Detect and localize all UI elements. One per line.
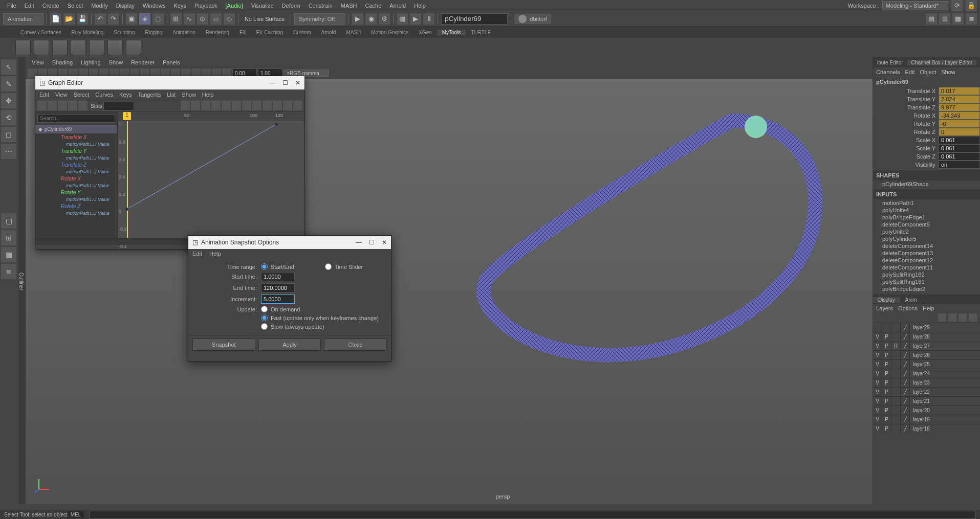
layer-playback-icon[interactable]: P bbox=[882, 415, 891, 424]
layer-down-icon[interactable] bbox=[948, 313, 956, 322]
layer-ref-icon[interactable]: R bbox=[891, 342, 901, 351]
layer-vis-icon[interactable]: V bbox=[873, 369, 882, 378]
layer-vis-icon[interactable]: V bbox=[873, 378, 882, 388]
layer-row[interactable]: VP╱layer23 bbox=[873, 378, 980, 387]
attr-value[interactable]: 0.061 bbox=[939, 152, 980, 161]
ge-node[interactable]: ◆ pCylinder69 bbox=[35, 125, 117, 133]
end-time-field[interactable] bbox=[261, 283, 295, 292]
layer-playback-icon[interactable]: P bbox=[882, 388, 891, 397]
layer-row[interactable]: VPR╱layer27 bbox=[873, 341, 980, 350]
anim-layers-tab[interactable]: Anim bbox=[900, 297, 922, 303]
menu-edit[interactable]: Edit bbox=[20, 3, 38, 9]
menu-windows[interactable]: Windows bbox=[139, 3, 170, 9]
vp-menu-panels[interactable]: Panels bbox=[159, 59, 184, 65]
modeling-kit-icon[interactable]: ▤ bbox=[926, 13, 937, 25]
ge-icon[interactable] bbox=[68, 101, 77, 110]
menu-display[interactable]: Display bbox=[112, 3, 139, 9]
ge-menu-list[interactable]: List bbox=[167, 92, 176, 98]
timeslider-radio[interactable] bbox=[325, 263, 332, 270]
menu-mash[interactable]: MASH bbox=[337, 3, 361, 9]
snap-grid-icon[interactable]: ⊞ bbox=[170, 13, 182, 25]
shelf-tab-mash[interactable]: MASH bbox=[341, 30, 366, 35]
ge-channel[interactable]: motionPath1.U Value bbox=[35, 183, 117, 189]
ge-search-input[interactable] bbox=[37, 114, 115, 123]
ge-channel[interactable]: motionPath1.U Value bbox=[35, 141, 117, 147]
scale-tool-icon[interactable]: ◻ bbox=[1, 127, 16, 142]
layer-vis-icon[interactable]: V bbox=[873, 415, 882, 424]
ge-current-frame[interactable]: 1 bbox=[123, 112, 131, 120]
ge-icon[interactable] bbox=[273, 101, 282, 110]
shelf-icon[interactable] bbox=[34, 40, 49, 55]
attr-editor-icon[interactable]: ▦ bbox=[952, 13, 964, 25]
input-item[interactable]: polySplitRing161 bbox=[873, 278, 980, 285]
ge-icon[interactable] bbox=[293, 101, 302, 110]
shelf-tab-fx[interactable]: FX bbox=[234, 30, 251, 35]
layer-color-icon[interactable]: ╱ bbox=[901, 406, 910, 415]
input-item[interactable]: polyUnite2 bbox=[873, 228, 980, 235]
layer-playback-icon[interactable]: P bbox=[882, 378, 891, 388]
shape-item[interactable]: pCylinder69Shape bbox=[873, 180, 980, 188]
channelbox-tab[interactable]: Channel Box / Layer Editor bbox=[907, 60, 977, 65]
shelf-tab-poly-modeling[interactable]: Poly Modeling bbox=[66, 30, 108, 35]
minimize-icon[interactable]: — bbox=[269, 79, 275, 86]
lasso-icon[interactable]: ◌ bbox=[153, 13, 164, 25]
layer-row[interactable]: VP╱layer21 bbox=[873, 396, 980, 405]
layer-ref-icon[interactable] bbox=[891, 378, 901, 388]
ge-icon[interactable] bbox=[78, 101, 88, 110]
input-item[interactable]: polyUnite4 bbox=[873, 207, 980, 214]
layer-color-icon[interactable]: ╱ bbox=[901, 415, 910, 424]
channel-box-icon[interactable]: ≣ bbox=[966, 13, 977, 25]
shelf-tab-xgen[interactable]: XGen bbox=[413, 30, 437, 35]
vp-menu-shading[interactable]: Shading bbox=[48, 59, 77, 65]
attr-value[interactable]: 2.824 bbox=[939, 95, 980, 103]
attr-value[interactable]: 0.061 bbox=[939, 144, 980, 152]
ge-menu-view[interactable]: View bbox=[55, 92, 68, 98]
ge-menu-edit[interactable]: Edit bbox=[39, 92, 49, 98]
workspace-dropdown[interactable]: Modeling - Standard* bbox=[882, 1, 948, 10]
layer-vis-icon[interactable]: V bbox=[873, 424, 882, 434]
ge-icon[interactable] bbox=[37, 101, 47, 110]
layer-ref-icon[interactable] bbox=[891, 351, 901, 360]
snapshot-titlebar[interactable]: ◳ Animation Snapshot Options — ☐ ✕ bbox=[188, 236, 391, 249]
attr-editor-tab[interactable]: ibute Editor bbox=[873, 60, 907, 65]
menu-file[interactable]: File bbox=[3, 3, 20, 9]
layer-playback-icon[interactable]: P bbox=[882, 342, 891, 351]
input-item[interactable]: deleteComponent14 bbox=[873, 242, 980, 250]
vp-menu-show[interactable]: Show bbox=[105, 59, 127, 65]
attr-value[interactable]: 0.061 bbox=[939, 136, 980, 144]
menu-playback[interactable]: Playback bbox=[190, 3, 222, 9]
shelf-icon[interactable] bbox=[89, 40, 104, 55]
layout-two-icon[interactable]: ▥ bbox=[1, 247, 16, 262]
cb-menu-object[interactable]: Object bbox=[920, 69, 936, 75]
layer-color-icon[interactable]: ╱ bbox=[901, 360, 910, 369]
close-icon[interactable]: ✕ bbox=[295, 79, 300, 86]
component-mode-icon[interactable]: ◈ bbox=[139, 13, 150, 25]
shelf-icon[interactable] bbox=[15, 40, 31, 55]
cb-menu-show[interactable]: Show bbox=[941, 69, 955, 75]
symmetry-dropdown[interactable]: Symmetry: Off bbox=[294, 13, 345, 25]
layer-ref-icon[interactable] bbox=[891, 388, 901, 397]
menuset-dropdown[interactable]: Animation bbox=[3, 13, 43, 25]
snap-curve-icon[interactable]: ∿ bbox=[184, 13, 195, 25]
ge-channel[interactable]: motionPath1.U Value bbox=[35, 169, 117, 175]
menu-visualize[interactable]: Visualize bbox=[247, 3, 278, 9]
layer-menu-options[interactable]: Options bbox=[898, 305, 918, 311]
cb-menu-channels[interactable]: Channels bbox=[876, 69, 900, 75]
workspace-reset-icon[interactable]: ⟳ bbox=[951, 0, 963, 11]
shelf-icon[interactable] bbox=[71, 40, 86, 55]
input-item[interactable]: deleteComponent12 bbox=[873, 257, 980, 264]
layer-row[interactable]: VP╱layer28 bbox=[873, 332, 980, 341]
ge-menu-keys[interactable]: Keys bbox=[119, 92, 132, 98]
maximize-icon[interactable]: ☐ bbox=[282, 79, 288, 86]
fast-radio[interactable] bbox=[261, 314, 268, 321]
undo-icon[interactable]: ↶ bbox=[95, 13, 106, 25]
open-scene-icon[interactable]: 📂 bbox=[63, 13, 75, 25]
layer-playback-icon[interactable]: P bbox=[882, 332, 891, 342]
cb-node[interactable]: pCylinder69 bbox=[873, 77, 980, 87]
ge-channel[interactable]: motionPath1.U Value bbox=[35, 155, 117, 161]
layer-color-icon[interactable]: ╱ bbox=[901, 323, 910, 332]
ge-icon[interactable] bbox=[222, 101, 231, 110]
ge-menu-tangents[interactable]: Tangents bbox=[138, 92, 161, 98]
ge-menu-help[interactable]: Help bbox=[202, 92, 214, 98]
layout-four-icon[interactable]: ⊞ bbox=[1, 230, 16, 245]
